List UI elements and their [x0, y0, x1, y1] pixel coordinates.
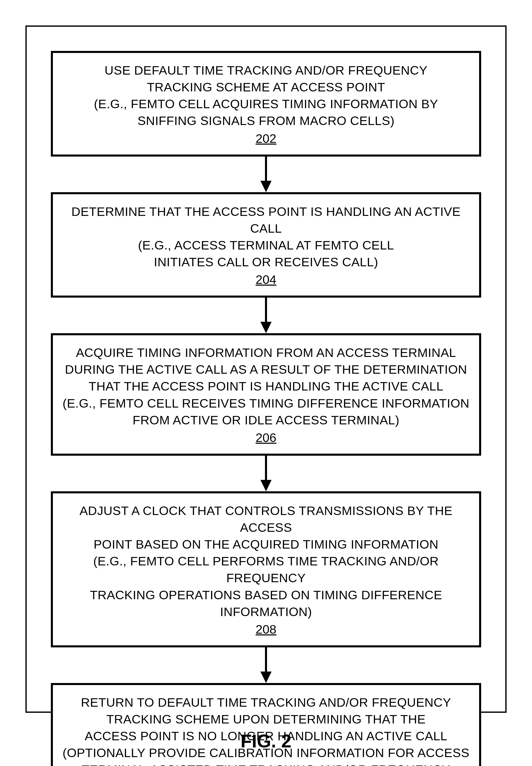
box-line: FROM ACTIVE OR IDLE ACCESS TERMINAL) — [132, 413, 399, 427]
box-line: THAT THE ACCESS POINT IS HANDLING THE AC… — [88, 379, 443, 393]
svg-marker-7 — [260, 672, 272, 683]
box-reference-number: 208 — [256, 622, 276, 637]
flowchart-box-208: ADJUST A CLOCK THAT CONTROLS TRANSMISSIO… — [51, 491, 481, 647]
box-text: RETURN TO DEFAULT TIME TRACKING AND/OR F… — [61, 694, 471, 766]
box-line: SNIFFING SIGNALS FROM MACRO CELLS) — [138, 114, 395, 127]
arrow-down — [258, 298, 274, 333]
flowchart-container: USE DEFAULT TIME TRACKING AND/OR FREQUEN… — [51, 51, 481, 766]
box-text: USE DEFAULT TIME TRACKING AND/OR FREQUEN… — [61, 62, 471, 129]
svg-marker-3 — [260, 322, 272, 333]
arrow-down — [258, 647, 274, 683]
box-line: (E.G., ACCESS TERMINAL AT FEMTO CELL — [138, 238, 394, 252]
box-reference-number: 206 — [256, 430, 276, 445]
box-line: DETERMINE THAT THE ACCESS POINT IS HANDL… — [71, 205, 461, 235]
arrow-down-icon — [258, 456, 274, 491]
box-line: USE DEFAULT TIME TRACKING AND/OR FREQUEN… — [105, 63, 427, 77]
flowchart-box-202: USE DEFAULT TIME TRACKING AND/OR FREQUEN… — [51, 51, 481, 156]
box-text: ADJUST A CLOCK THAT CONTROLS TRANSMISSIO… — [61, 502, 471, 620]
flowchart-box-206: ACQUIRE TIMING INFORMATION FROM AN ACCES… — [51, 333, 481, 456]
box-line: (E.G., FEMTO CELL PERFORMS TIME TRACKING… — [93, 554, 439, 585]
flowchart-box-204: DETERMINE THAT THE ACCESS POINT IS HANDL… — [51, 192, 481, 298]
box-line: TERMINAL-ASSISTED TIME TRACKING AND/OR F… — [82, 763, 450, 766]
box-line: (E.G., FEMTO CELL ACQUIRES TIMING INFORM… — [94, 97, 438, 111]
box-line: POINT BASED ON THE ACQUIRED TIMING INFOR… — [94, 537, 438, 551]
arrow-down-icon — [258, 298, 274, 333]
svg-marker-5 — [260, 480, 272, 491]
arrow-down — [258, 456, 274, 491]
box-line: DURING THE ACTIVE CALL AS A RESULT OF TH… — [65, 363, 467, 376]
box-line: INITIATES CALL OR RECEIVES CALL) — [154, 255, 378, 269]
arrow-down — [258, 156, 274, 192]
box-line: TRACKING SCHEME UPON DETERMINING THAT TH… — [106, 712, 426, 726]
box-line: TRACKING SCHEME AT ACCESS POINT — [147, 80, 385, 94]
box-text: ACQUIRE TIMING INFORMATION FROM AN ACCES… — [61, 344, 471, 428]
box-line: RETURN TO DEFAULT TIME TRACKING AND/OR F… — [81, 696, 451, 709]
arrow-down-icon — [258, 647, 274, 683]
box-line: ADJUST A CLOCK THAT CONTROLS TRANSMISSIO… — [80, 504, 453, 534]
figure-label: FIG. 2 — [0, 731, 532, 752]
box-reference-number: 204 — [256, 272, 276, 287]
arrow-down-icon — [258, 156, 274, 192]
box-line: (E.G., FEMTO CELL RECEIVES TIMING DIFFER… — [63, 396, 469, 410]
box-reference-number: 202 — [256, 131, 276, 145]
box-line: ACQUIRE TIMING INFORMATION FROM AN ACCES… — [76, 346, 456, 359]
flowchart-box-210: RETURN TO DEFAULT TIME TRACKING AND/OR F… — [51, 683, 481, 766]
svg-marker-1 — [260, 181, 272, 192]
box-line: TRACKING OPERATIONS BASED ON TIMING DIFF… — [90, 588, 442, 619]
box-text: DETERMINE THAT THE ACCESS POINT IS HANDL… — [61, 203, 471, 271]
